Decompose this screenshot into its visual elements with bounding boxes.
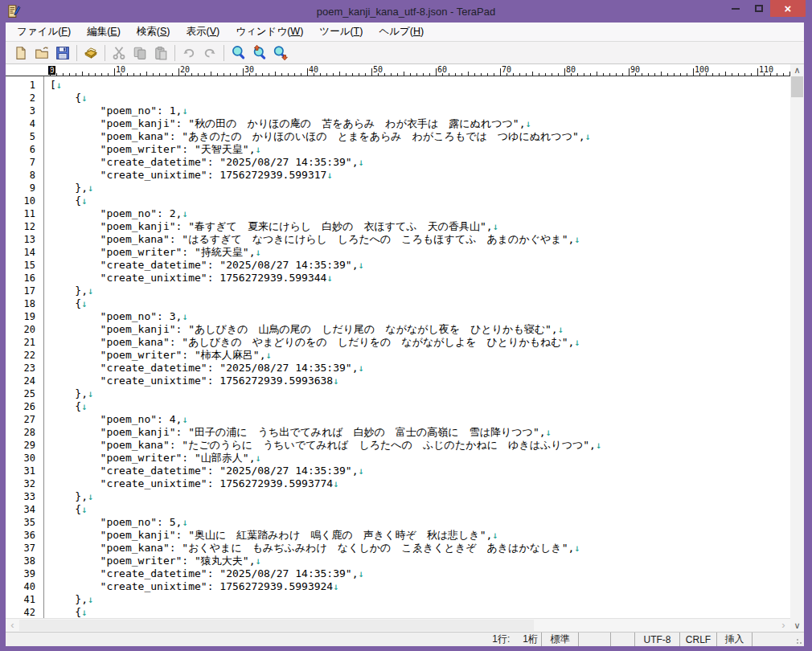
editor-line[interactable]: "poem_kanji": "秋の田の かりほの庵の 苫をあらみ わが衣手は 露…: [50, 117, 790, 130]
redo-button[interactable]: [199, 43, 220, 63]
ruler-tick: [178, 68, 179, 76]
close-button[interactable]: ×: [770, 0, 806, 17]
new-file-button[interactable]: [10, 43, 31, 63]
ruler-tick: [500, 68, 501, 76]
search-up-button[interactable]: [248, 43, 269, 63]
editor-line[interactable]: "poem_writer": "猿丸大夫",↓: [50, 555, 790, 567]
editor-line[interactable]: "poem_writer": "柿本人麻呂",↓: [50, 349, 790, 362]
editor-line[interactable]: "poem_kanji": "田子の浦に うち出でてみれば 白妙の 富士の高嶺に…: [50, 426, 790, 439]
line-number: 39: [6, 567, 39, 580]
search-down-button[interactable]: [269, 43, 290, 63]
editor-line[interactable]: "create_datetime": "2025/08/27 14:35:39"…: [50, 465, 790, 477]
ruler-tick: [667, 73, 668, 76]
menu-item-2[interactable]: 検索(S): [130, 23, 177, 41]
newline-mark-icon: ↓: [88, 387, 93, 400]
cut-icon: [112, 46, 126, 60]
editor-line[interactable]: "poem_kana": "あきのたの かりほのいほの とまをあらみ わがころも…: [50, 130, 790, 143]
menu-item-3[interactable]: 表示(V): [180, 23, 227, 41]
newline-mark-icon: ↓: [585, 130, 591, 143]
cut-button[interactable]: [109, 43, 129, 63]
editor-line[interactable]: },↓: [50, 285, 790, 297]
editor-line[interactable]: {↓: [50, 297, 790, 310]
vertical-scrollbar[interactable]: ∧ ∨: [790, 64, 804, 632]
editor-line[interactable]: [↓: [50, 79, 790, 92]
menu-item-5[interactable]: ツール(T): [313, 23, 369, 41]
editor-line[interactable]: "create_unixtime": 1756272939.599344↓: [50, 272, 790, 285]
print-button[interactable]: [80, 43, 101, 63]
editor-line[interactable]: "poem_no": 4,↓: [50, 413, 790, 426]
editor-line[interactable]: {↓: [50, 194, 790, 207]
editor-line[interactable]: "poem_kana": "たごのうらに うちいでてみれば しろたへの ふじのた…: [50, 439, 790, 452]
line-text: "create_unixtime": 1756272939.5993638: [50, 375, 333, 387]
editor-line[interactable]: "poem_no": 2,↓: [50, 207, 790, 220]
horizontal-scroll-thumb[interactable]: [19, 620, 534, 631]
scroll-right-icon[interactable]: ›: [777, 619, 790, 632]
editor-line[interactable]: },↓: [50, 593, 790, 606]
editor-line[interactable]: "poem_writer": "持統天皇",↓: [50, 246, 790, 259]
copy-button[interactable]: [129, 43, 150, 63]
editor-line[interactable]: "poem_no": 5,↓: [50, 516, 790, 529]
search-button[interactable]: [228, 43, 248, 63]
editor-line[interactable]: },↓: [50, 490, 790, 503]
scroll-down-icon[interactable]: ∨: [790, 620, 804, 632]
ruler-tick: [133, 73, 134, 76]
text-editor[interactable]: 1234567891011121314151617181920212223242…: [6, 76, 790, 618]
editor-line[interactable]: "poem_kanji": "あしびきの 山鳥の尾の しだり尾の ながながし夜を…: [50, 323, 790, 336]
ruler-tick: [577, 73, 578, 76]
line-number: 36: [6, 529, 39, 542]
encoding-cell: UTF-8: [634, 633, 679, 646]
editor-line[interactable]: {↓: [50, 606, 790, 618]
editor-line[interactable]: {↓: [50, 400, 790, 413]
paste-button[interactable]: [150, 43, 171, 63]
editor-line[interactable]: "create_unixtime": 1756272939.5993774↓: [50, 477, 790, 490]
ruler-tick: [539, 73, 539, 76]
editor-line[interactable]: "poem_kana": "はるすぎて なつきにけらし しろたへの ころもほすて…: [50, 233, 790, 246]
editor-line[interactable]: "poem_kanji": "奥山に 紅葉踏みわけ 鳴く鹿の 声きく時ぞ 秋は悲…: [50, 529, 790, 542]
editor-line[interactable]: "create_datetime": "2025/08/27 14:35:39"…: [50, 362, 790, 375]
ruler-tick: [63, 73, 64, 76]
scroll-up-icon[interactable]: ∧: [790, 64, 804, 76]
menu-item-1[interactable]: 編集(E): [80, 23, 127, 41]
open-file-button[interactable]: [31, 43, 52, 63]
editor-line[interactable]: "create_datetime": "2025/08/27 14:35:39"…: [50, 259, 790, 272]
editor-line[interactable]: "poem_no": 3,↓: [50, 310, 790, 323]
horizontal-scrollbar[interactable]: ‹ ›: [6, 618, 790, 632]
editor-line[interactable]: {↓: [50, 92, 790, 104]
ruler-tick: [153, 73, 154, 76]
ruler-tick: [333, 73, 334, 76]
editor-line[interactable]: "poem_writer": "山部赤人",↓: [50, 452, 790, 465]
ruler-tick: [172, 73, 173, 76]
menu-item-4[interactable]: ウィンドウ(W): [229, 23, 310, 41]
maximize-icon: [755, 5, 763, 12]
resize-grip[interactable]: [794, 633, 804, 646]
editor-line[interactable]: },↓: [50, 387, 790, 400]
editor-line[interactable]: },↓: [50, 182, 790, 194]
menu-item-6[interactable]: ヘルプ(H): [372, 23, 430, 41]
ruler-number: 110: [759, 65, 773, 74]
save-button[interactable]: [52, 43, 73, 63]
editor-line[interactable]: "create_datetime": "2025/08/27 14:35:39"…: [50, 567, 790, 580]
ruler-tick: [558, 73, 559, 76]
editor-line[interactable]: "create_unixtime": 1756272939.5993638↓: [50, 375, 790, 387]
ruler-tick: [339, 72, 340, 76]
editor-line[interactable]: "create_datetime": "2025/08/27 14:35:39"…: [50, 156, 790, 169]
minimize-button[interactable]: [724, 0, 747, 17]
line-text: {: [50, 400, 81, 413]
line-number: 35: [6, 516, 39, 529]
editor-line[interactable]: "poem_no": 1,↓: [50, 104, 790, 117]
editor-line[interactable]: "poem_kana": "おくやまに もみぢふみわけ なくしかの こゑきくとき…: [50, 542, 790, 555]
line-number: 10: [6, 194, 39, 207]
scroll-left-icon[interactable]: ‹: [6, 619, 19, 632]
maximize-button[interactable]: [747, 0, 770, 17]
editor-line[interactable]: {↓: [50, 503, 790, 516]
ruler-tick: [301, 73, 301, 76]
editor-line[interactable]: "create_unixtime": 1756272939.599317↓: [50, 169, 790, 182]
code-area[interactable]: [↓ {↓ "poem_no": 1,↓ "poem_kanji": "秋の田の…: [44, 76, 790, 618]
editor-line[interactable]: "poem_kana": "あしびきの やまどりのをの しだりをの ながながしよ…: [50, 336, 790, 349]
menu-item-0[interactable]: ファイル(F): [10, 23, 77, 41]
vertical-scroll-thumb[interactable]: [791, 76, 803, 97]
editor-line[interactable]: "poem_kanji": "春すぎて 夏来にけらし 白妙の 衣ほすてふ 天の香…: [50, 220, 790, 233]
editor-line[interactable]: "create_unixtime": 1756272939.5993924↓: [50, 580, 790, 593]
undo-button[interactable]: [178, 43, 199, 63]
editor-line[interactable]: "poem_writer": "天智天皇",↓: [50, 143, 790, 156]
